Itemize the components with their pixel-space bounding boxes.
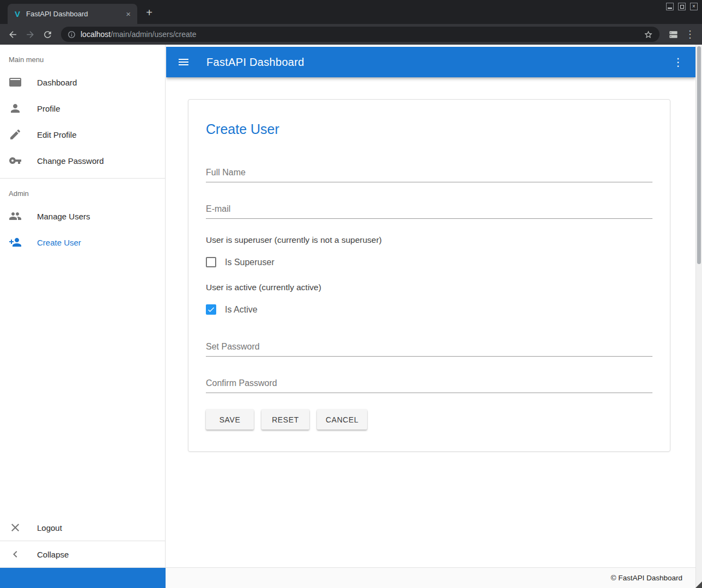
back-button[interactable] <box>4 26 21 42</box>
sidebar-item-manage-users[interactable]: Manage Users <box>0 203 165 229</box>
sidebar-item-edit-profile[interactable]: Edit Profile <box>0 121 165 148</box>
forward-arrow-icon <box>25 29 35 40</box>
page-title: Create User <box>206 121 652 137</box>
sidebar-item-collapse[interactable]: Collapse <box>0 541 165 567</box>
tab-close-icon[interactable]: × <box>125 9 132 19</box>
set-password-input[interactable] <box>206 336 652 357</box>
sidebar-item-change-password[interactable]: Change Password <box>0 148 165 174</box>
minimize-button[interactable] <box>666 3 674 10</box>
reload-button[interactable] <box>39 26 56 42</box>
page-footer: © FastAPI Dashboard <box>0 567 695 588</box>
dashboard-icon <box>9 76 22 89</box>
minimize-icon <box>668 8 672 9</box>
sidebar-item-dashboard[interactable]: Dashboard <box>0 69 165 95</box>
reload-icon <box>42 29 53 40</box>
vuetify-favicon-icon: V <box>13 9 22 19</box>
superuser-checkbox-row: Is Superuser <box>206 257 652 267</box>
footer-copyright: © FastAPI Dashboard <box>166 574 695 582</box>
people-icon <box>9 210 22 223</box>
sidebar-item-label: Manage Users <box>37 212 90 221</box>
close-window-button[interactable]: × <box>690 3 698 10</box>
browser-titlebar: V FastAPI Dashboard × + × <box>0 0 702 24</box>
resize-grip-icon <box>695 581 702 588</box>
sidebar-section-admin: Admin <box>0 179 165 203</box>
hamburger-menu-icon[interactable] <box>177 56 190 69</box>
address-bar[interactable]: localhost/main/admin/users/create <box>61 27 660 42</box>
superuser-checkbox-label: Is Superuser <box>225 258 274 267</box>
browser-tab[interactable]: V FastAPI Dashboard × <box>8 4 137 24</box>
reset-button[interactable]: RESET <box>261 409 309 430</box>
extension-button[interactable] <box>665 26 681 42</box>
is-superuser-checkbox[interactable] <box>206 257 216 267</box>
main-content: FastAPI Dashboard ⋮ Create User User is … <box>166 45 695 567</box>
is-active-checkbox[interactable] <box>206 304 216 315</box>
form-buttons: SAVE RESET CANCEL <box>206 409 652 430</box>
chevron-left-icon <box>9 548 22 561</box>
page-scrollbar[interactable] <box>695 45 702 588</box>
confirm-password-field-wrap <box>206 373 652 393</box>
sidebar-item-logout[interactable]: Logout <box>0 514 165 541</box>
url-host: localhost <box>81 30 111 39</box>
footer-primary-block <box>0 568 166 588</box>
sidebar-item-label: Dashboard <box>37 78 77 87</box>
cancel-button[interactable]: CANCEL <box>317 409 367 430</box>
active-hint: User is active (currently active) <box>206 283 652 292</box>
check-icon <box>207 305 215 314</box>
site-info-icon[interactable] <box>68 30 76 39</box>
sidebar-section-main-menu: Main menu <box>0 45 165 69</box>
browser-window: V FastAPI Dashboard × + × localhost/main… <box>0 0 702 588</box>
email-input[interactable] <box>206 199 652 219</box>
active-checkbox-label: Is Active <box>225 305 258 315</box>
sidebar-item-label: Logout <box>37 523 62 532</box>
sidebar-bottom: Logout Collapse <box>0 514 165 567</box>
full-name-field-wrap <box>206 162 652 182</box>
maximize-icon <box>680 5 684 9</box>
sidebar-item-label: Profile <box>37 104 60 113</box>
email-field-wrap <box>206 199 652 219</box>
app-bar-title: FastAPI Dashboard <box>206 56 304 69</box>
app-bar: FastAPI Dashboard ⋮ <box>166 47 695 77</box>
person-add-icon <box>9 236 22 249</box>
url-text: localhost/main/admin/users/create <box>81 30 196 39</box>
sidebar: Main menu Dashboard Profile Edit Profile… <box>0 45 166 567</box>
bookmark-star-icon[interactable] <box>644 30 653 39</box>
page-viewport: Main menu Dashboard Profile Edit Profile… <box>0 45 702 588</box>
confirm-password-input[interactable] <box>206 373 652 393</box>
set-password-field-wrap <box>206 336 652 357</box>
proxy-extension-icon <box>668 29 679 40</box>
sidebar-item-label: Create User <box>37 238 81 247</box>
superuser-hint: User is superuser (currently is not a su… <box>206 235 652 245</box>
browser-menu-button[interactable]: ⋮ <box>682 28 698 40</box>
sidebar-item-label: Change Password <box>37 156 104 166</box>
key-icon <box>9 154 22 167</box>
create-user-card: Create User User is superuser (currently… <box>188 99 670 452</box>
forward-button[interactable] <box>22 26 38 42</box>
window-controls: × <box>666 3 698 10</box>
browser-toolbar: localhost/main/admin/users/create ⋮ <box>0 24 702 45</box>
person-icon <box>9 102 22 115</box>
new-tab-button[interactable]: + <box>143 6 156 19</box>
tab-title: FastAPI Dashboard <box>26 10 120 18</box>
sidebar-item-label: Collapse <box>37 550 69 559</box>
scrollbar-thumb[interactable] <box>697 46 701 264</box>
sidebar-item-profile[interactable]: Profile <box>0 95 165 121</box>
full-name-input[interactable] <box>206 162 652 182</box>
close-x-icon <box>9 521 22 534</box>
save-button[interactable]: SAVE <box>206 409 254 430</box>
sidebar-item-create-user[interactable]: Create User <box>0 229 165 255</box>
maximize-button[interactable] <box>678 3 686 10</box>
back-arrow-icon <box>8 29 18 40</box>
sidebar-item-label: Edit Profile <box>37 130 77 139</box>
url-path: /main/admin/users/create <box>111 30 196 39</box>
active-checkbox-row: Is Active <box>206 304 652 315</box>
app-bar-menu-button[interactable]: ⋮ <box>672 56 685 69</box>
pencil-icon <box>9 128 22 141</box>
